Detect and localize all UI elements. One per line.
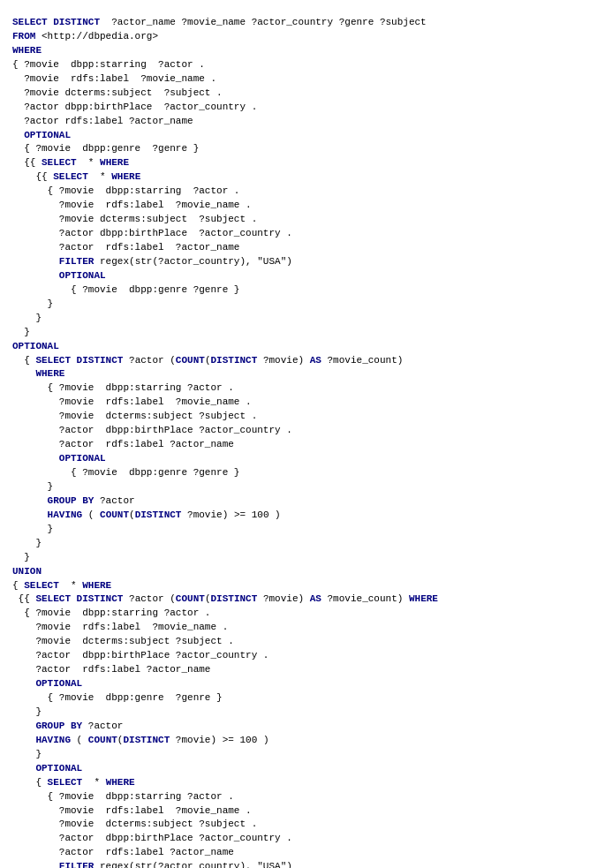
- code-listing: SELECT DISTINCT ?actor_name ?movie_name …: [9, 9, 596, 868]
